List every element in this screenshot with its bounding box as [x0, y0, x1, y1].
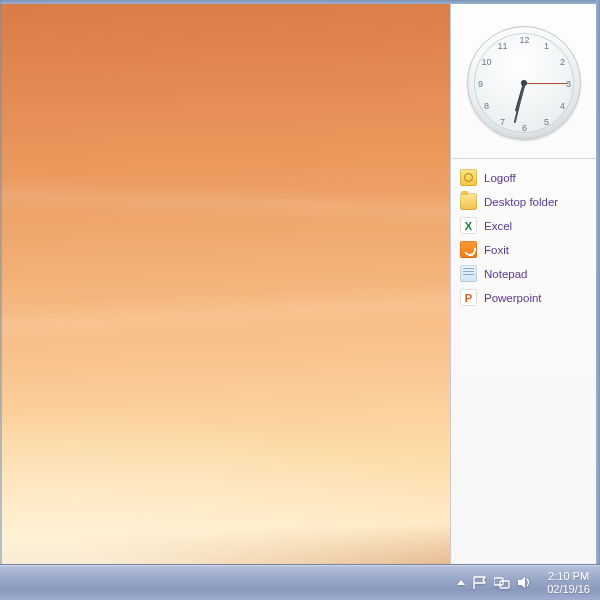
clock-numeral: 2 — [560, 57, 565, 67]
window-border-right — [596, 0, 600, 564]
show-hidden-icons-icon[interactable] — [457, 580, 465, 585]
network-icon[interactable] — [494, 576, 510, 589]
desktop-screen: 121234567891011 LogoffDesktop folderExce… — [0, 0, 600, 600]
clock-numeral: 11 — [497, 41, 507, 51]
clock-numeral: 8 — [484, 101, 489, 111]
sidebar-item-excel[interactable]: Excel — [457, 215, 590, 236]
clock-numeral: 4 — [560, 101, 565, 111]
sidebar-item-folder[interactable]: Desktop folder — [457, 191, 590, 212]
notepad-icon — [460, 265, 477, 282]
folder-icon — [460, 193, 477, 210]
system-tray: 2:10 PM 02/19/16 — [457, 568, 596, 597]
sidebar-menu: LogoffDesktop folderExcelFoxitNotepadPow… — [451, 159, 596, 319]
clock-minute-hand — [513, 84, 524, 123]
excel-icon — [460, 217, 477, 234]
sidebar-item-label: Notepad — [484, 268, 527, 280]
sidebar-item-ppt[interactable]: Powerpoint — [457, 287, 590, 308]
taskbar-date: 02/19/16 — [547, 583, 590, 596]
sidebar-item-label: Powerpoint — [484, 292, 542, 304]
window-border-left — [0, 0, 2, 564]
tray-icons — [457, 576, 537, 589]
clock-numeral: 6 — [522, 123, 527, 133]
taskbar[interactable]: 2:10 PM 02/19/16 — [0, 564, 600, 600]
clock-gadget[interactable]: 121234567891011 — [451, 4, 596, 158]
action-center-flag-icon[interactable] — [472, 576, 487, 589]
desktop-sidebar: 121234567891011 LogoffDesktop folderExce… — [450, 4, 596, 564]
clock-numeral: 10 — [481, 57, 491, 67]
taskbar-time: 2:10 PM — [547, 570, 590, 583]
volume-icon[interactable] — [517, 576, 531, 589]
logoff-icon — [460, 169, 477, 186]
clock-center-pin — [521, 80, 527, 86]
clock-numeral: 1 — [544, 41, 549, 51]
clock-numeral: 3 — [566, 79, 571, 89]
analog-clock: 121234567891011 — [467, 26, 581, 140]
taskbar-clock[interactable]: 2:10 PM 02/19/16 — [545, 568, 596, 597]
sidebar-item-foxit[interactable]: Foxit — [457, 239, 590, 260]
clock-numeral: 12 — [519, 35, 529, 45]
sidebar-item-label: Desktop folder — [484, 196, 558, 208]
ppt-icon — [460, 289, 477, 306]
foxit-icon — [460, 241, 477, 258]
sidebar-item-logoff[interactable]: Logoff — [457, 167, 590, 188]
sidebar-item-label: Foxit — [484, 244, 509, 256]
clock-numeral: 7 — [500, 117, 505, 127]
sidebar-item-label: Logoff — [484, 172, 516, 184]
clock-numeral: 9 — [478, 79, 483, 89]
sidebar-item-label: Excel — [484, 220, 512, 232]
clock-second-hand — [524, 83, 568, 84]
clock-numeral: 5 — [544, 117, 549, 127]
sidebar-item-notepad[interactable]: Notepad — [457, 263, 590, 284]
